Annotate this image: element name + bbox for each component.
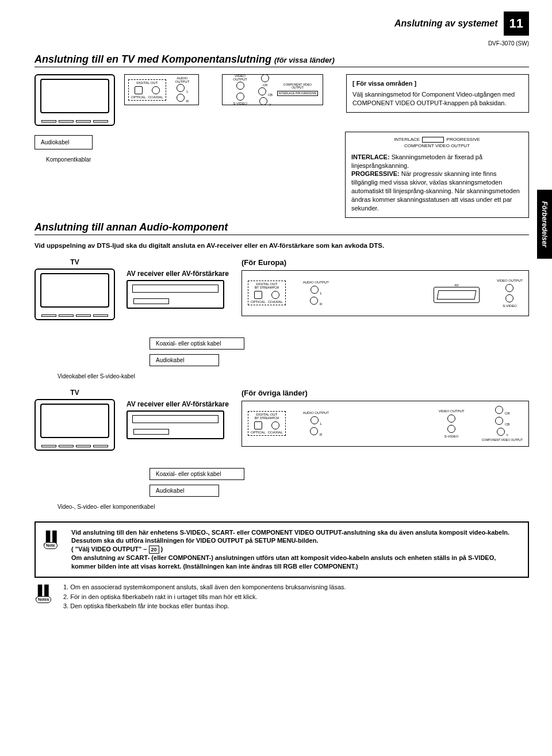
- switch-label: COMPONENT VIDEO OUTPUT: [404, 143, 470, 148]
- label-svideo: S-VIDEO: [444, 435, 459, 438]
- label-r: R: [320, 433, 322, 436]
- label-bitstream: BIT STREAM/PCM: [251, 286, 283, 289]
- europa-label: (För Europa): [241, 258, 529, 267]
- page-ref: 20: [149, 546, 159, 554]
- rear-panel-right: VIDEO OUTPUT S-VIDEO CR CB Y COMPONENT V…: [222, 74, 323, 105]
- info1-header: [ För vissa områden ]: [352, 79, 523, 88]
- section2-title: Anslutning till annan Audio-komponent: [34, 221, 529, 235]
- av-receiver-icon: [126, 410, 224, 439]
- label-av: AV: [434, 283, 480, 287]
- notes-n2: 2. För in den optiska fiberkabeln rakt i…: [63, 592, 346, 602]
- ovriga-label: (För övriga länder): [241, 389, 529, 397]
- scart-port: [434, 287, 480, 303]
- notes-list: Notes 1. Om en associerad systemkomponen…: [34, 582, 529, 611]
- label-progressive-sw: PROGRESSIVE: [296, 91, 316, 95]
- label-audio-output: AUDIO OUTPUT: [303, 411, 329, 415]
- label-koax-optisk: Koaxial- eller optisk kabel: [150, 337, 244, 350]
- label-optical: OPTICAL: [251, 300, 266, 304]
- note-icon-label: Note: [44, 542, 57, 548]
- switch-progressive: PROGRESSIVE: [447, 137, 480, 142]
- label-cb: CB: [505, 423, 509, 426]
- rear-panel-europa: DIGITAL OUT BIT STREAM/PCM OPTICAL COAXI…: [241, 270, 529, 316]
- label-comp: COMPONENT VIDEO OUTPUT: [482, 438, 523, 442]
- notes-icon: Notes: [34, 582, 56, 602]
- label-svideo: S-VIDEO: [503, 304, 517, 308]
- notes-icon-label: Notes: [36, 596, 51, 604]
- tv-icon: [34, 268, 115, 320]
- note-ref-suffix: ): [159, 546, 163, 552]
- info1-body: Välj skanningsmetod för Component Video-…: [352, 90, 523, 108]
- label-komponentkablar: Komponentkablar: [46, 156, 207, 163]
- av-receiver-icon: [126, 280, 224, 309]
- label-audiokabel: Audiokabel: [150, 485, 219, 497]
- notes-n3: 3. Den optiska fiberkabeln får inte bock…: [63, 601, 346, 611]
- label-svideo: S-VIDEO: [227, 102, 253, 105]
- label-y: Y: [506, 433, 508, 437]
- info2-progressive-bold: PROGRESSIVE:: [351, 170, 400, 177]
- rear-panel-ovriga: DIGITAL OUT BIT STREAM/PCM OPTICAL COAXI…: [241, 401, 529, 447]
- receiver-label: AV receiver eller AV-förstärkare: [126, 270, 230, 278]
- tv-label: TV: [34, 389, 115, 397]
- label-audiokabel: Audiokabel: [150, 354, 219, 366]
- label-cb: CB: [268, 93, 273, 97]
- page-number: 11: [504, 11, 529, 36]
- section1-title-main: Anslutning till en TV med Komponentanslu…: [34, 53, 271, 65]
- label-audio-output: AUDIO OUTPUT: [303, 281, 329, 284]
- tv-icon: [34, 74, 115, 126]
- label-coaxial: COAXIAL: [148, 95, 163, 99]
- label-l: L: [320, 291, 322, 295]
- label-audio-output: AUDIO OUTPUT: [170, 76, 195, 83]
- label-optical: OPTICAL: [131, 95, 146, 99]
- receiver-label: AV receiver eller AV-förstärkare: [126, 400, 230, 408]
- label-component-video-output: COMPONENT VIDEO OUTPUT: [283, 83, 312, 90]
- label-r: R: [186, 99, 189, 103]
- label-video-output: VIDEO OUTPUT: [227, 74, 253, 81]
- label-cr: CR: [263, 83, 268, 87]
- label-video-output: VIDEO OUTPUT: [497, 279, 523, 282]
- label-digital-out: DIGITAL OUT: [131, 81, 163, 85]
- model-code: DVF-3070 (SW): [34, 40, 529, 47]
- rear-panel-left: DIGITAL OUT OPTICAL COAXIAL AUDIO OUTPUT…: [124, 74, 199, 105]
- label-r: R: [320, 302, 322, 306]
- label-audiokabel: Audiokabel: [34, 135, 93, 149]
- note-text2: Om anslutning av SCART- (eller COMPONENT…: [71, 554, 521, 571]
- side-tab: Förberedelser: [537, 190, 552, 259]
- info-box-interlace: INTERLACE PROGRESSIVE COMPONENT VIDEO OU…: [345, 132, 529, 218]
- label-coaxial: COAXIAL: [268, 300, 283, 304]
- label-interlace-sw: INTERLACE: [279, 91, 295, 95]
- label-l: L: [320, 422, 322, 425]
- info2-interlace-bold: INTERLACE:: [351, 153, 390, 160]
- label-optical: OPTICAL: [251, 431, 266, 434]
- switch-interlace: INTERLACE: [394, 137, 420, 142]
- section1-title: Anslutning till en TV med Komponentanslu…: [34, 53, 529, 67]
- label-coaxial: COAXIAL: [268, 431, 283, 434]
- header-section-label: Anslutning av systemet: [394, 18, 498, 29]
- note-block: Note Vid anslutning till den här enheten…: [34, 521, 529, 578]
- section2-intro: Vid uppspelning av DTS-ljud ska du digit…: [34, 242, 529, 249]
- tv-icon: [34, 399, 115, 451]
- label-y: Y: [269, 103, 271, 106]
- note-text1: Vid anslutning till den här enhetens S-V…: [71, 528, 521, 546]
- note-icon: Note: [43, 528, 64, 548]
- note-ref-prefix: ( "Välj VIDEO OUTPUT" –: [71, 546, 149, 552]
- section1-title-sub: (för vissa länder): [274, 56, 335, 64]
- label-video-svideo: Videokabel eller S-video-kabel: [57, 373, 529, 379]
- tv-label: TV: [34, 258, 115, 266]
- label-video-output: VIDEO OUTPUT: [439, 409, 465, 413]
- label-bitstream: BIT STREAM/PCM: [251, 416, 283, 420]
- label-video-svideo-komp: Video-, S-video- eller komponentkabel: [57, 504, 529, 510]
- label-cr: CR: [505, 412, 510, 415]
- notes-n1: 1. Om en associerad systemkomponent ansl…: [63, 582, 346, 592]
- label-koax-optisk: Koaxial- eller optisk kabel: [150, 468, 244, 480]
- info-box-areas: [ För vissa områden ] Välj skanningsmeto…: [346, 74, 529, 113]
